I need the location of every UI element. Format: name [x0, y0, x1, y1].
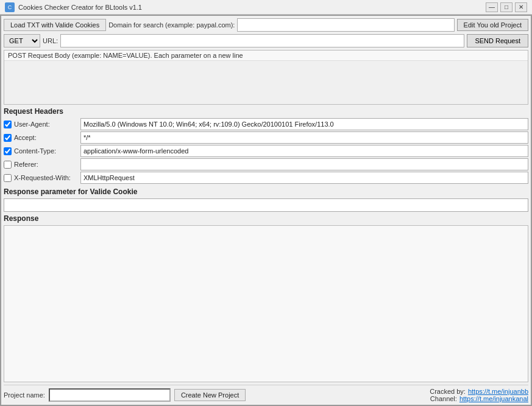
title-bar: C Cookies Checker Creator for BLtools v1… — [0, 0, 532, 15]
send-request-button[interactable]: SEND Request — [467, 34, 528, 47]
load-txt-button[interactable]: Load TXT with Valide Cookies — [4, 19, 106, 31]
bottom-bar: Project name: Create New Project Cracked… — [4, 385, 528, 402]
close-button[interactable]: ✕ — [515, 2, 527, 12]
header-row-accept: Accept: — [4, 131, 528, 144]
url-row: GET POST PUT DELETE URL: SEND Request — [4, 34, 528, 47]
edit-project-button[interactable]: Edit You old Project — [457, 19, 528, 31]
domain-label: Domain for search (example: paypal.com): — [108, 21, 235, 29]
project-name-row: Project name: Create New Project — [4, 388, 246, 402]
accept-label[interactable]: Accept: — [4, 134, 77, 142]
user-agent-input[interactable] — [80, 118, 528, 130]
app-icon: C — [5, 2, 15, 12]
post-body-label: POST Request Body (example: NAME=VALUE).… — [4, 51, 528, 60]
response-section: Response — [4, 214, 528, 382]
content-type-checkbox[interactable] — [4, 147, 12, 155]
domain-input[interactable] — [237, 18, 454, 32]
title-bar-controls: — □ ✕ — [486, 2, 527, 12]
content-type-label[interactable]: Content-Type: — [4, 147, 77, 155]
response-label: Response — [4, 214, 528, 223]
referer-checkbox[interactable] — [4, 161, 12, 169]
channel-label: Channel: — [430, 395, 457, 402]
response-param-input[interactable] — [4, 198, 528, 212]
cracked-by-row: Cracked by: https://t.me/injuanbb — [430, 388, 528, 395]
x-requested-with-checkbox[interactable] — [4, 174, 12, 182]
method-select[interactable]: GET POST PUT DELETE — [4, 34, 40, 47]
header-row-user-agent: User-Agent: — [4, 118, 528, 130]
accept-input[interactable] — [80, 131, 528, 144]
referer-input[interactable] — [80, 158, 528, 170]
post-body-textarea[interactable] — [4, 60, 528, 104]
header-row-x-requested-with: X-Requested-With: — [4, 172, 528, 184]
project-name-input[interactable] — [49, 388, 171, 402]
x-requested-with-input[interactable] — [80, 172, 528, 184]
content-type-input[interactable] — [80, 145, 528, 157]
cracked-by-section: Cracked by: https://t.me/injuanbb Channe… — [430, 388, 528, 402]
cracked-by-label: Cracked by: — [430, 388, 466, 395]
toolbar-row: Load TXT with Valide Cookies Domain for … — [4, 18, 528, 32]
header-row-referer: Referer: — [4, 158, 528, 170]
user-agent-label[interactable]: User-Agent: — [4, 121, 77, 128]
channel-row: Channel: https://t.me/injuankanal — [430, 395, 528, 402]
url-label: URL: — [43, 37, 58, 44]
user-agent-checkbox[interactable] — [4, 121, 12, 128]
x-requested-with-label-text: X-Requested-With: — [14, 174, 71, 181]
request-headers-section: Request Headers User-Agent: Accept: Cont… — [4, 107, 528, 185]
maximize-button[interactable]: □ — [500, 2, 512, 12]
user-agent-label-text: User-Agent: — [14, 121, 50, 128]
request-headers-label: Request Headers — [4, 107, 528, 116]
referer-label-text: Referer: — [14, 161, 38, 168]
create-project-button[interactable]: Create New Project — [174, 389, 246, 401]
accept-label-text: Accept: — [14, 134, 37, 141]
x-requested-with-label[interactable]: X-Requested-With: — [4, 174, 77, 182]
app-title: Cookies Checker Creator for BLtools v1.1 — [18, 4, 142, 11]
title-bar-left: C Cookies Checker Creator for BLtools v1… — [5, 2, 142, 12]
response-param-label: Response parameter for Valide Cookie — [4, 187, 528, 196]
accept-checkbox[interactable] — [4, 134, 12, 142]
minimize-button[interactable]: — — [486, 2, 498, 12]
url-input[interactable] — [60, 34, 464, 47]
cracked-by-link[interactable]: https://t.me/injuanbb — [468, 388, 528, 395]
header-row-content-type: Content-Type: — [4, 145, 528, 157]
channel-link[interactable]: https://t.me/injuankanal — [459, 395, 528, 402]
content-type-label-text: Content-Type: — [14, 147, 56, 155]
project-name-label: Project name: — [4, 391, 45, 399]
response-textarea[interactable] — [4, 225, 528, 382]
response-param-section: Response parameter for Valide Cookie — [4, 187, 528, 212]
main-container: Load TXT with Valide Cookies Domain for … — [0, 15, 532, 406]
referer-label[interactable]: Referer: — [4, 161, 77, 169]
post-body-section: POST Request Body (example: NAME=VALUE).… — [4, 50, 528, 105]
